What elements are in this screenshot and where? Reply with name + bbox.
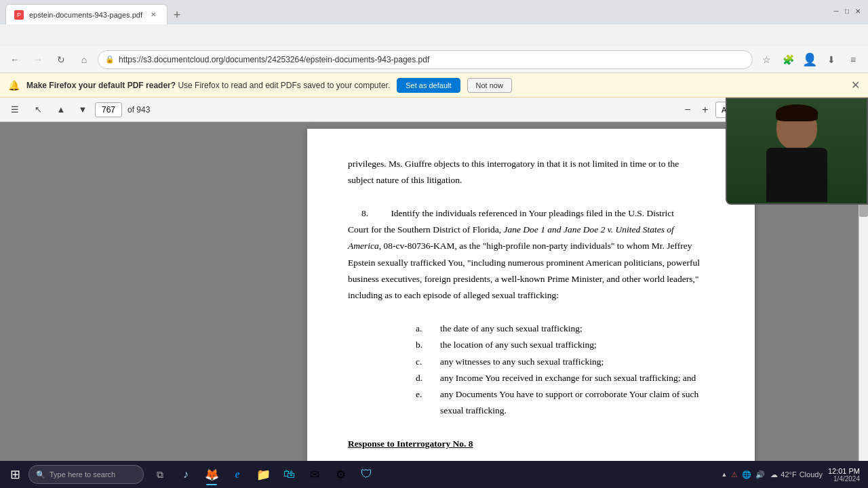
pdf-line-5: Epstein sexually trafficked You, "includ…: [348, 255, 714, 271]
minimize-button[interactable]: ─: [831, 6, 841, 16]
home-button[interactable]: ⌂: [75, 50, 94, 69]
webcam-overlay: [726, 98, 868, 205]
zoom-out-button[interactable]: −: [680, 102, 695, 117]
forward-button[interactable]: →: [28, 50, 47, 69]
list-item-c: c. any witnesses to any such sexual traf…: [348, 354, 714, 370]
volume-icon[interactable]: 🔊: [755, 470, 765, 479]
bookmarks-button[interactable]: ☆: [757, 50, 776, 69]
firefox-icon: 🦊: [205, 468, 219, 482]
security-item[interactable]: 🛡: [354, 462, 378, 487]
taskbar-items: ⧉ ♪ 🦊 e 📁 🛍 ✉ ⚙ 🛡: [148, 462, 378, 487]
security-icon: 🛡: [361, 468, 372, 481]
cursor-tool-button[interactable]: ↖: [28, 100, 47, 119]
weather-temp: 42°F: [781, 470, 796, 479]
next-page-button[interactable]: ▼: [73, 100, 92, 119]
list-item-a: a. the date of any such sexual trafficki…: [348, 321, 714, 337]
media-icon: ♪: [183, 468, 189, 481]
weather-icon: ☁: [770, 470, 778, 479]
store-icon: 🛍: [283, 468, 295, 481]
mail-item[interactable]: ✉: [302, 462, 327, 487]
list-label-a: a.: [416, 321, 429, 337]
list-item-b: b. the location of any such sexual traff…: [348, 337, 714, 353]
pdf-content: privileges. Ms. Giuffre objects to this …: [348, 156, 714, 488]
profile-button[interactable]: 👤: [800, 50, 819, 69]
tab-title: epstein-documents-943-pages.pdf: [29, 11, 142, 19]
list-text-b: the location of any such sexual traffick…: [440, 337, 597, 353]
start-button[interactable]: ⊞: [3, 462, 27, 487]
search-icon: 🔍: [36, 470, 45, 479]
lock-icon: 🔒: [105, 55, 115, 64]
weather-condition: Cloudy: [800, 470, 823, 479]
reload-button[interactable]: ↻: [52, 50, 71, 69]
back-button[interactable]: ←: [5, 50, 24, 69]
zoom-in-button[interactable]: +: [698, 102, 713, 117]
clock-date: 1/4/2024: [828, 475, 860, 483]
pdf-page: privileges. Ms. Giuffre objects to this …: [307, 129, 755, 481]
notification-text: Make Firefox your default PDF reader? Us…: [26, 81, 390, 90]
pdf-line-3: Court for the Southern District of Flori…: [348, 222, 714, 238]
firefox-item[interactable]: 🦊: [199, 462, 224, 487]
page-number-input[interactable]: 767: [95, 102, 122, 117]
close-window-button[interactable]: ✕: [853, 6, 863, 16]
list-item-d: d. any Income You received in exchange f…: [348, 370, 714, 386]
new-tab-button[interactable]: +: [167, 5, 186, 24]
maximize-button[interactable]: □: [842, 6, 852, 16]
pdf-line-7: including as to each episode of alleged …: [348, 287, 714, 304]
media-player-item[interactable]: ♪: [174, 462, 198, 487]
list-label-d: d.: [416, 370, 429, 386]
list-text-e2: sexual trafficking.: [440, 405, 507, 415]
list-label-e: e.: [416, 386, 429, 420]
ms-store-item[interactable]: 🛍: [277, 462, 301, 487]
task-view-item[interactable]: ⧉: [148, 462, 172, 487]
download-button[interactable]: ⬇: [822, 50, 841, 69]
total-pages: of 943: [127, 105, 150, 115]
file-explorer-item[interactable]: 📁: [251, 462, 275, 487]
taskbar: ⊞ 🔍 Type here to search ⧉ ♪ 🦊 e 📁 🛍 ✉ ⚙: [0, 461, 868, 488]
list-label-b: b.: [416, 337, 429, 353]
list-text-a: the date of any such sexual trafficking;: [440, 321, 583, 337]
list-label-c: c.: [416, 354, 429, 370]
pdf-line-6: business executives, foreign presidents,…: [348, 271, 714, 287]
list-text-e1: any Documents You have to support or cor…: [440, 389, 698, 399]
network-icon[interactable]: 🌐: [742, 470, 751, 479]
active-tab[interactable]: P epstein-documents-943-pages.pdf ✕: [5, 4, 167, 24]
set-default-button[interactable]: Set as default: [397, 78, 460, 93]
search-placeholder-text: Type here to search: [50, 470, 115, 479]
notification-close-button[interactable]: ✕: [851, 79, 860, 92]
not-now-button[interactable]: Not now: [467, 78, 512, 93]
page-navigation: ▲ ▼ 767 of 943: [52, 100, 150, 119]
menu-button[interactable]: ≡: [844, 50, 863, 69]
list-item-e: e. any Documents You have to support or …: [348, 386, 714, 420]
settings-item[interactable]: ⚙: [328, 462, 353, 487]
prev-page-button[interactable]: ▲: [52, 100, 71, 119]
title-bar: P epstein-documents-943-pages.pdf ✕ + ─ …: [0, 0, 868, 22]
webcam-feed: [727, 99, 867, 203]
taskbar-right: ▲ ⚠ 🌐 🔊 ☁ 42°F Cloudy 12:01 PM 1/4/2024: [721, 467, 865, 483]
virus-protection-icon[interactable]: ⚠: [731, 470, 738, 479]
hidden-icons-button[interactable]: ▲: [721, 471, 727, 478]
list-text-c: any witnesses to any such sexual traffic…: [440, 354, 604, 370]
clock-time: 12:01 PM: [828, 467, 860, 475]
edge-icon: e: [235, 468, 239, 481]
pdf-line-4: America, 08-cv-80736-KAM, as the "high-p…: [348, 238, 714, 254]
navigation-bar: ← → ↻ ⌂ 🔒 https://s3.documentcloud.org/d…: [0, 46, 868, 73]
edge-item[interactable]: e: [225, 462, 250, 487]
address-bar[interactable]: 🔒 https://s3.documentcloud.org/documents…: [98, 50, 753, 69]
weather-widget[interactable]: ☁ 42°F Cloudy: [770, 470, 823, 479]
notification-icon: 🔔: [8, 80, 20, 91]
sidebar-toggle-button[interactable]: ☰: [5, 100, 24, 119]
pdf-left-area: [0, 122, 203, 488]
item8-text: Identify the individuals referenced in Y…: [391, 208, 674, 218]
settings-icon: ⚙: [336, 468, 346, 482]
clock[interactable]: 12:01 PM 1/4/2024: [828, 467, 860, 483]
taskbar-search[interactable]: 🔍 Type here to search: [28, 465, 144, 484]
tab-close-button[interactable]: ✕: [148, 9, 159, 20]
browser-window: P epstein-documents-943-pages.pdf ✕ + ─ …: [0, 0, 868, 488]
extensions-button[interactable]: 🧩: [778, 50, 797, 69]
windows-icon: ⊞: [10, 467, 20, 482]
system-tray: ▲ ⚠ 🌐 🔊: [721, 470, 765, 479]
pdf-line-2: subject nature of this litigation.: [348, 172, 714, 188]
list-text-d: any Income You received in exchange for …: [440, 370, 696, 386]
pdf-line-1: privileges. Ms. Giuffre objects to this …: [348, 156, 714, 172]
item8-label: 8.: [348, 205, 389, 222]
